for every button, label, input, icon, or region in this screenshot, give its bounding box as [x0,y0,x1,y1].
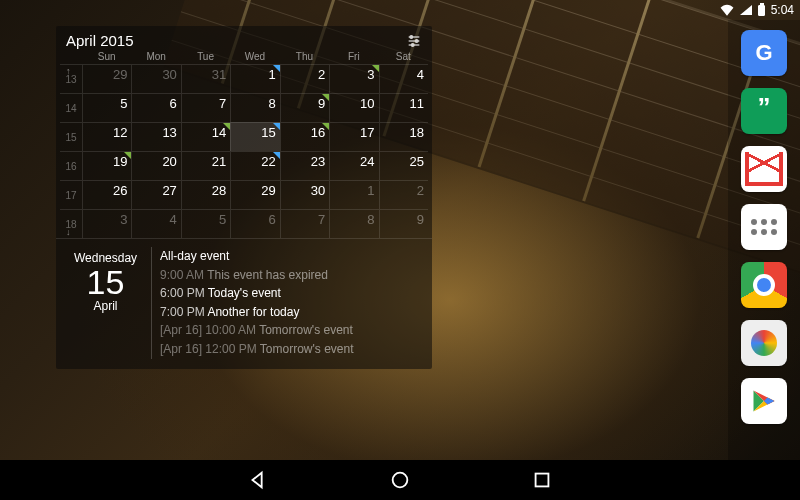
app-hangouts[interactable] [741,88,787,134]
nav-recent[interactable] [531,469,553,491]
agenda-list[interactable]: All-day event9:00 AM This event has expi… [152,247,428,359]
event-marker [273,123,280,130]
nav-bar [0,460,800,500]
calendar-title: April 2015 [66,32,134,49]
agenda-event[interactable]: All-day event [160,247,420,266]
agenda-event[interactable]: [Apr 16] 12:00 PM Tomorrow's event [160,340,420,359]
settings-icon[interactable] [406,33,422,49]
calendar-day[interactable]: 7 [280,209,329,238]
svg-point-0 [393,473,408,488]
calendar-day[interactable]: 29 [82,64,131,93]
battery-icon [758,5,765,16]
svg-point-5 [410,35,413,38]
app-drawer[interactable] [741,204,787,250]
calendar-day[interactable]: 10 [329,93,378,122]
event-marker [273,65,280,72]
calendar-day[interactable]: 8 [329,209,378,238]
calendar-day[interactable]: 5 [82,93,131,122]
calendar-day[interactable]: 19 [82,151,131,180]
app-chrome[interactable] [741,262,787,308]
week-number: 13↑ [60,64,82,93]
calendar-day[interactable]: 6 [230,209,279,238]
calendar-day[interactable]: 17 [329,122,378,151]
agenda-event[interactable]: [Apr 16] 10:00 AM Tomorrow's event [160,321,420,340]
svg-point-6 [415,39,418,42]
week-number: 16 [60,151,82,180]
calendar-day[interactable]: 4 [379,64,428,93]
calendar-day[interactable]: 2 [280,64,329,93]
agenda-date: Wednesday 15 April [60,247,152,359]
calendar-day[interactable]: 25 [379,151,428,180]
app-google[interactable]: G [741,30,787,76]
calendar-day[interactable]: 11 [379,93,428,122]
event-marker [273,152,280,159]
svg-rect-1 [536,474,549,487]
calendar-day[interactable]: 4 [131,209,180,238]
app-dock: G [728,20,800,460]
calendar-day[interactable]: 1 [329,180,378,209]
status-bar: 5:04 [0,0,800,20]
calendar-dow-row: SunMon TueWed ThuFri Sat [56,51,432,64]
calendar-day[interactable]: 8 [230,93,279,122]
app-play-store[interactable] [741,378,787,424]
svg-point-7 [411,43,414,46]
calendar-day[interactable]: 13 [131,122,180,151]
calendar-day[interactable]: 16 [280,122,329,151]
calendar-day[interactable]: 22 [230,151,279,180]
app-camera[interactable] [741,320,787,366]
calendar-day[interactable]: 29 [230,180,279,209]
calendar-day[interactable]: 18 [379,122,428,151]
calendar-day[interactable]: 9 [379,209,428,238]
week-number: 18↓ [60,209,82,238]
status-time: 5:04 [771,3,794,17]
week-number: 15 [60,122,82,151]
calendar-day[interactable]: 6 [131,93,180,122]
calendar-grid: 13↑2930311234145678910111512131415161718… [56,64,432,238]
calendar-widget[interactable]: April 2015 SunMon TueWed ThuFri Sat 13↑2… [56,26,432,369]
calendar-day[interactable]: 24 [329,151,378,180]
calendar-day[interactable]: 1 [230,64,279,93]
calendar-day[interactable]: 12 [82,122,131,151]
calendar-day[interactable]: 30 [131,64,180,93]
agenda: Wednesday 15 April All-day event9:00 AM … [56,238,432,369]
calendar-day[interactable]: 5 [181,209,230,238]
agenda-event[interactable]: 9:00 AM This event has expired [160,266,420,285]
event-marker [124,152,131,159]
nav-back[interactable] [247,469,269,491]
calendar-day[interactable]: 9 [280,93,329,122]
cell-signal-icon [740,5,752,15]
event-marker [372,65,379,72]
calendar-day[interactable]: 2 [379,180,428,209]
event-marker [223,123,230,130]
calendar-day[interactable]: 3 [329,64,378,93]
event-marker [322,123,329,130]
agenda-event[interactable]: 7:00 PM Another for today [160,303,420,322]
week-number: 14 [60,93,82,122]
wifi-icon [720,4,734,16]
calendar-day[interactable]: 31 [181,64,230,93]
calendar-day[interactable]: 23 [280,151,329,180]
calendar-day[interactable]: 28 [181,180,230,209]
nav-home[interactable] [389,469,411,491]
calendar-day[interactable]: 27 [131,180,180,209]
calendar-day[interactable]: 20 [131,151,180,180]
calendar-day[interactable]: 3 [82,209,131,238]
calendar-day[interactable]: 26 [82,180,131,209]
event-marker [322,94,329,101]
calendar-day[interactable]: 7 [181,93,230,122]
calendar-day[interactable]: 15 [230,122,279,151]
agenda-event[interactable]: 6:00 PM Today's event [160,284,420,303]
calendar-day[interactable]: 21 [181,151,230,180]
app-gmail[interactable] [741,146,787,192]
calendar-day[interactable]: 30 [280,180,329,209]
week-number: 17 [60,180,82,209]
calendar-day[interactable]: 14 [181,122,230,151]
